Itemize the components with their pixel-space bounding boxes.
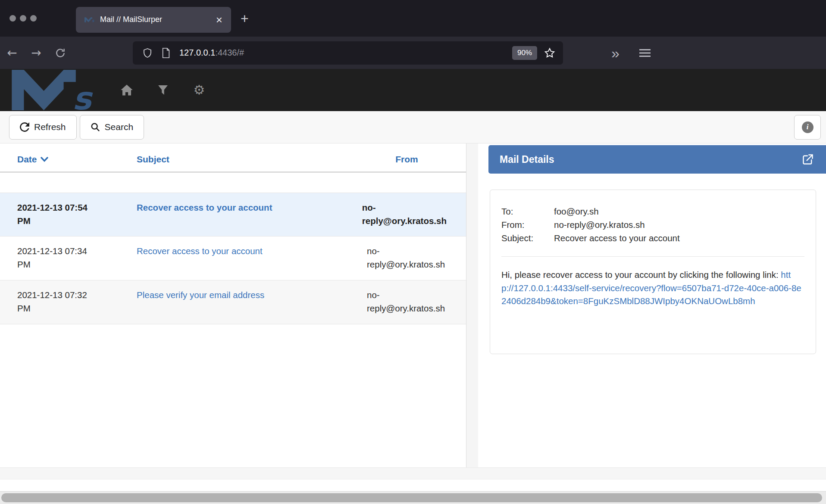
- forward-button[interactable]: →: [24, 46, 48, 60]
- mail-subject-link[interactable]: Please verify your email address: [137, 290, 264, 300]
- mail-list-header: Date Subject From: [0, 143, 466, 173]
- toolbar: Refresh Search i: [0, 111, 826, 143]
- hamburger-menu-icon[interactable]: [639, 48, 651, 58]
- mailslurper-logo: s: [9, 70, 99, 110]
- mail-row-date: 2021-12-13 07:32 PM: [0, 288, 123, 319]
- refresh-label: Refresh: [34, 122, 66, 132]
- info-button[interactable]: i: [794, 115, 821, 140]
- mail-row-1[interactable]: 2021-12-13 07:54 PM Recover access to yo…: [0, 193, 466, 236]
- search-icon: [91, 122, 100, 132]
- mail-row-from: no-reply@ory.kratos.sh: [367, 288, 466, 319]
- details-divider: [501, 256, 804, 257]
- filter-button[interactable]: [156, 84, 170, 96]
- bookmark-star-icon[interactable]: [544, 47, 555, 59]
- mail-row-2[interactable]: 2021-12-13 07:34 PM Recover access to yo…: [0, 236, 466, 280]
- mail-list-panel: Date Subject From 2021-12-13 07:54 PM Re…: [0, 143, 466, 467]
- page-bottom: [0, 479, 826, 491]
- mail-row-date: 2021-12-13 07:34 PM: [0, 244, 123, 275]
- tab-title: Mail // MailSlurper: [100, 15, 214, 24]
- mail-details-title: Mail Details: [500, 154, 802, 165]
- window-minimize-dot[interactable]: [20, 15, 26, 22]
- field-subject: Subject: Recover access to your account: [501, 231, 804, 245]
- from-label: From:: [501, 218, 554, 231]
- column-header-from[interactable]: From: [367, 154, 466, 165]
- mail-body-text: Hi, please recover access to your accoun…: [501, 270, 781, 280]
- refresh-button[interactable]: Refresh: [9, 115, 77, 140]
- subject-value: Recover access to your account: [554, 231, 680, 245]
- mail-subject-link[interactable]: Recover access to your account: [137, 246, 263, 256]
- shield-icon[interactable]: [142, 47, 153, 59]
- window-zoom-dot[interactable]: [30, 15, 37, 22]
- search-button[interactable]: Search: [80, 115, 144, 140]
- panel-divider: [466, 143, 478, 467]
- bottom-strip: [0, 467, 826, 479]
- reload-icon: [55, 47, 66, 59]
- svg-text:s: s: [92, 19, 94, 23]
- column-header-date[interactable]: Date: [0, 154, 123, 165]
- subject-label: Subject:: [501, 231, 554, 245]
- info-icon: i: [802, 121, 813, 133]
- app-nav: ⚙: [120, 84, 206, 96]
- open-external-button[interactable]: [802, 153, 814, 165]
- sort-chevron-down-icon: [41, 156, 48, 162]
- overflow-menu-icon[interactable]: »: [611, 46, 620, 60]
- column-header-subject[interactable]: Subject: [123, 154, 367, 165]
- mailslurper-favicon-icon: s: [84, 16, 95, 24]
- window-controls[interactable]: [9, 15, 66, 22]
- browser-tab[interactable]: s Mail // MailSlurper ×: [76, 7, 231, 33]
- mail-body: Hi, please recover access to your accoun…: [501, 268, 804, 308]
- page-info-icon[interactable]: [161, 47, 171, 59]
- url-host: 127.0.0.1: [179, 48, 215, 57]
- mail-list-body: 2021-12-13 07:54 PM Recover access to yo…: [0, 193, 466, 324]
- url-text[interactable]: 127.0.0.1:4436/#: [179, 48, 512, 58]
- horizontal-scrollbar[interactable]: [0, 491, 826, 504]
- to-label: To:: [501, 205, 554, 218]
- tab-close-icon[interactable]: ×: [214, 14, 224, 25]
- home-icon: [120, 84, 133, 96]
- zoom-level-badge[interactable]: 90%: [512, 46, 537, 60]
- to-value: foo@ory.sh: [554, 205, 599, 218]
- mail-details-panel: Mail Details To: foo@ory.sh From: no-re: [478, 143, 826, 467]
- back-button[interactable]: ←: [0, 46, 24, 60]
- mail-row-from: no-reply@ory.kratos.sh: [362, 201, 466, 231]
- mail-row-from: no-reply@ory.kratos.sh: [367, 244, 466, 275]
- mail-row-date: 2021-12-13 07:54 PM: [0, 201, 123, 231]
- browser-window: s Mail // MailSlurper × + ← →: [0, 0, 826, 504]
- horizontal-scrollbar-thumb[interactable]: [1, 493, 822, 502]
- app-header: s ⚙: [0, 69, 826, 111]
- field-from: From: no-reply@ory.kratos.sh: [501, 218, 804, 231]
- navigation-bar: ← → 127.0.0.1:4436/# 90%: [0, 37, 826, 69]
- external-link-icon: [802, 153, 814, 165]
- mail-row-3[interactable]: 2021-12-13 07:32 PM Please verify your e…: [0, 280, 466, 324]
- reload-button[interactable]: [48, 47, 72, 59]
- window-close-dot[interactable]: [9, 15, 16, 22]
- svg-text:s: s: [72, 80, 93, 110]
- search-label: Search: [105, 122, 134, 132]
- new-tab-button[interactable]: +: [241, 12, 249, 25]
- refresh-icon: [20, 122, 29, 132]
- content-area: Date Subject From 2021-12-13 07:54 PM Re…: [0, 143, 826, 467]
- url-path: :4436/#: [215, 48, 244, 57]
- from-value: no-reply@ory.kratos.sh: [554, 218, 645, 231]
- url-bar[interactable]: 127.0.0.1:4436/# 90%: [133, 41, 563, 65]
- field-to: To: foo@ory.sh: [501, 205, 804, 218]
- tab-strip: s Mail // MailSlurper × +: [0, 0, 826, 37]
- mail-details-card: To: foo@ory.sh From: no-reply@ory.kratos…: [490, 190, 816, 354]
- mail-subject-link[interactable]: Recover access to your account: [137, 202, 272, 212]
- settings-button[interactable]: ⚙: [192, 84, 206, 96]
- filter-icon: [158, 84, 168, 96]
- home-button[interactable]: [120, 84, 134, 96]
- date-header-label: Date: [17, 154, 37, 165]
- mail-details-header: Mail Details: [488, 145, 826, 174]
